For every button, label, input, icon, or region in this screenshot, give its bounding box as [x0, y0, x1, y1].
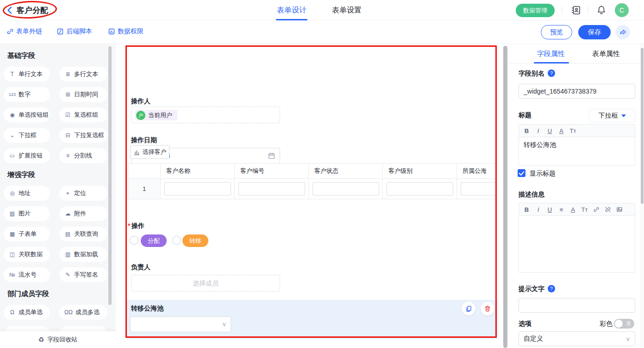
sidebar-item-label: 下拉复选框: [74, 131, 104, 139]
back-button[interactable]: [6, 6, 15, 15]
tab-form-design[interactable]: 表单设计: [277, 0, 306, 20]
form-canvas: 操作人 户 当前用户 操作日期 2022-12-28 客户信息 选择客户: [116, 44, 503, 348]
sidebar-item-label: 成员单选: [19, 308, 43, 316]
sidebar-item-serial-number[interactable]: №流水号: [4, 267, 50, 282]
tab-form-settings[interactable]: 表单设置: [332, 0, 362, 20]
owner-field-label: 负责人: [131, 263, 150, 272]
option-pill-assign[interactable]: 分配: [141, 234, 167, 247]
sidebar-section-title: 部门成员字段: [7, 290, 116, 298]
sidebar-item-address[interactable]: ◎地址: [4, 186, 50, 201]
customer-table-row: 1: [128, 179, 495, 199]
sidebar-scrollbar[interactable]: [108, 46, 112, 305]
sidebar-item-location[interactable]: ⌖定位: [59, 186, 107, 201]
sidebar-item-datetime[interactable]: ⊞日期时间: [59, 87, 107, 102]
hint-text-input[interactable]: [519, 298, 635, 313]
sidebar-item-extend-button[interactable]: ▭扩展按钮: [4, 148, 50, 163]
operator-field-label: 操作人: [131, 97, 150, 106]
select-customer-button[interactable]: 选择客户: [130, 145, 169, 159]
sidebar-item-subform[interactable]: ▦子表单: [4, 227, 50, 241]
selected-field-block[interactable]: 转移公海池 ∨: [127, 300, 498, 339]
chevron-left-icon: [6, 6, 15, 15]
bold-icon[interactable]: B: [521, 127, 532, 134]
font-color-icon[interactable]: A: [556, 127, 567, 134]
sidebar-item-related-data[interactable]: ◫关联数据: [4, 247, 50, 262]
form-external-link[interactable]: 表单外链: [6, 27, 42, 36]
location-icon: ⌖: [64, 190, 71, 196]
sidebar-item-label: 关联查询: [74, 230, 98, 238]
current-user-tag-label: 当前用户: [148, 111, 172, 120]
font-size-icon[interactable]: Tт: [579, 206, 590, 213]
sidebar-item-member-single[interactable]: Ω成员单选: [4, 305, 50, 320]
properties-tabs: 字段属性 表单属性: [508, 44, 640, 63]
color-toggle[interactable]: 关: [614, 319, 634, 329]
operator-field-input[interactable]: 户 当前用户: [131, 107, 280, 123]
sidebar-item-single-line-text[interactable]: T单行文本: [4, 67, 50, 82]
user-icon: 户: [136, 111, 145, 120]
sidebar-item-label: 日期时间: [74, 90, 98, 99]
sidebar-item-data-load[interactable]: ▥数据加载: [59, 247, 107, 262]
sidebar-item-checkbox-group[interactable]: ☑复选框组: [59, 108, 107, 122]
data-permission-link[interactable]: 数据权限: [108, 27, 144, 36]
bold-icon[interactable]: B: [521, 206, 532, 213]
sidebar-item-member-multi[interactable]: ΩΩ成员多选: [59, 305, 107, 320]
sidebar-item-select[interactable]: ⌄下拉框: [4, 128, 50, 143]
table-cell-input[interactable]: [164, 182, 231, 196]
remove-link-icon[interactable]: [602, 206, 613, 213]
form-external-link-label: 表单外链: [16, 27, 42, 36]
widget-type-select[interactable]: 下拉框: [589, 109, 635, 122]
canvas-scrollbar[interactable]: [503, 46, 507, 348]
pool-select[interactable]: ∨: [130, 316, 231, 332]
option-source-select[interactable]: 自定义 ∨: [519, 331, 635, 346]
sidebar-item-multi-line-text[interactable]: ≣多行文本: [59, 67, 107, 82]
title-editor[interactable]: 转移公海池: [519, 137, 635, 166]
share-button[interactable]: [616, 25, 630, 39]
sidebar-item-related-query[interactable]: ▤关联查询: [59, 227, 107, 241]
font-color-icon[interactable]: A: [567, 206, 579, 213]
data-manage-button[interactable]: 数据管理: [516, 4, 555, 17]
owner-field-input[interactable]: 选择成员: [131, 275, 280, 291]
radio-transfer[interactable]: [172, 236, 181, 245]
table-cell-input[interactable]: [387, 182, 453, 196]
field-alias-input[interactable]: [519, 84, 635, 99]
backend-script-link[interactable]: 后端脚本: [56, 27, 92, 36]
sidebar-item-image[interactable]: ▨图片: [4, 206, 50, 221]
avatar[interactable]: C: [615, 3, 629, 17]
tab-form-properties[interactable]: 表单属性: [592, 50, 620, 58]
underline-icon[interactable]: U: [544, 127, 556, 134]
tab-field-properties[interactable]: 字段属性: [537, 50, 565, 58]
preview-button[interactable]: 预览: [541, 25, 572, 39]
contacts-book-icon[interactable]: [570, 5, 581, 16]
align-icon[interactable]: ≡: [556, 206, 567, 213]
sidebar-item-multi-select[interactable]: ⊟下拉复选框: [59, 128, 107, 143]
description-editor[interactable]: [519, 216, 635, 272]
sidebar-item-number[interactable]: 123数字: [4, 87, 50, 102]
insert-image-icon[interactable]: [613, 206, 625, 213]
italic-icon[interactable]: I: [532, 206, 544, 213]
italic-icon[interactable]: I: [532, 127, 544, 134]
sidebar-item-radio-group[interactable]: ◉单选按钮组: [4, 108, 50, 122]
title-label: 标题: [519, 111, 531, 120]
copy-field-button[interactable]: [462, 302, 475, 316]
field-recycle-bin[interactable]: ♻ 字段回收站: [0, 331, 116, 348]
save-button[interactable]: 保存: [578, 25, 611, 39]
radio-assign[interactable]: [130, 236, 138, 245]
delete-field-button[interactable]: [481, 302, 494, 316]
show-title-checkbox[interactable]: [518, 169, 525, 177]
field-sidebar: 基础字段T单行文本≣多行文本123数字⊞日期时间◉单选按钮组☑复选框组⌄下拉框⊟…: [0, 44, 116, 348]
help-icon[interactable]: ?: [548, 285, 555, 292]
sidebar-item-signature[interactable]: ✎手写签名: [59, 267, 107, 282]
sidebar-item-divider-line[interactable]: ≡分割线: [59, 148, 107, 163]
table-cell-input[interactable]: [313, 182, 379, 196]
sidebar-item-attachment[interactable]: ☁附件: [59, 206, 107, 221]
font-size-icon[interactable]: Tт: [567, 127, 579, 134]
table-cell-input[interactable]: [461, 182, 495, 196]
insert-link-icon[interactable]: [590, 206, 602, 213]
divider: [562, 6, 562, 14]
underline-icon[interactable]: U: [544, 206, 556, 213]
help-icon[interactable]: ?: [548, 70, 555, 77]
table-cell-input[interactable]: [238, 182, 305, 196]
current-user-tag[interactable]: 户 当前用户: [135, 110, 177, 120]
option-pill-transfer[interactable]: 转移: [182, 234, 208, 247]
bell-icon[interactable]: [596, 5, 607, 16]
page-scrollbar-thumb[interactable]: [641, 48, 644, 204]
